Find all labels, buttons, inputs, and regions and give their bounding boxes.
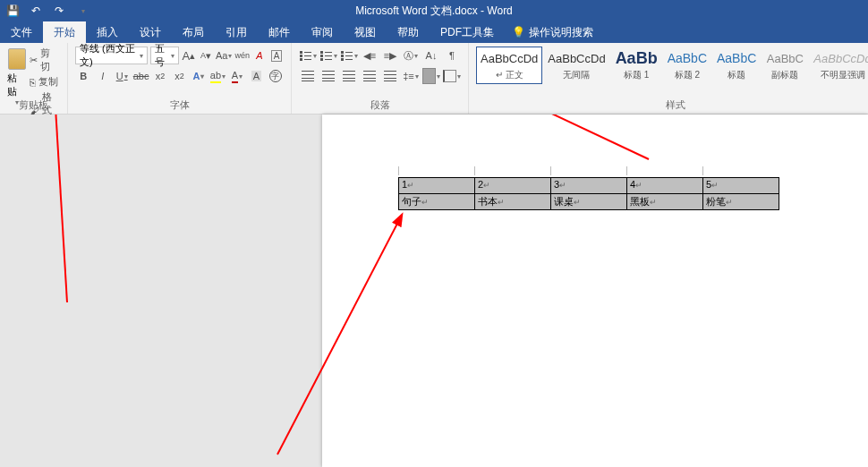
cut-button[interactable]: ✂剪切 [30,47,60,73]
char-border-button[interactable]: A [269,47,284,64]
undo-icon[interactable]: ↶ [29,4,43,18]
enclose-char-button[interactable]: 字 [268,67,284,85]
table-cell[interactable]: 黑板↵ [627,194,703,210]
group-font: 等线 (西文正文)▾ 五号▾ A▴ A▾ Aa▾ wén A A B I U▾ … [68,43,292,114]
tab-file[interactable]: 文件 [0,21,43,44]
line-spacing-button[interactable]: ‡≡▾ [402,67,420,85]
tell-me-search[interactable]: 💡 操作说明搜索 [512,25,593,40]
copy-label: 复制 [38,75,58,89]
style-name: 无间隔 [548,69,605,81]
ribbon: 粘贴 ▾ ✂剪切 ⎘复制 🖌格式刷 剪贴板 等线 (西文正文)▾ 五号▾ A▴ … [0,43,868,115]
table-cell[interactable]: 4↵ [627,178,703,194]
style-preview: AaBbC [717,49,756,67]
align-left-button[interactable] [299,67,317,85]
superscript-button[interactable]: x2 [171,67,187,85]
align-left-icon [302,71,314,81]
align-center-button[interactable] [319,67,337,85]
tab-review[interactable]: 审阅 [301,21,344,44]
group-paragraph-label: 段落 [292,98,468,112]
style-preview: AaBbC [668,49,707,67]
italic-button[interactable]: I [94,67,110,85]
strikethrough-button[interactable]: abc [132,67,149,85]
table-row[interactable]: 句子↵ 书本↵ 课桌↵ 黑板↵ 粉笔↵ [399,194,779,210]
table-cell[interactable]: 1↵ [399,178,475,194]
chevron-down-icon: ▾ [171,52,174,60]
grow-font-button[interactable]: A▴ [182,47,196,64]
tab-layout[interactable]: 布局 [172,21,215,44]
redo-icon[interactable]: ↷ [52,4,66,18]
font-name-value: 等线 (西文正文) [80,42,139,69]
styles-gallery[interactable]: AaBbCcDd↵ 正文AaBbCcDd无间隔AaBb标题 1AaBbC标题 2… [476,47,868,84]
ribbon-tabs: 文件 开始 插入 设计 布局 引用 邮件 审阅 视图 帮助 PDF工具集 💡 操… [0,21,868,43]
table-cell[interactable]: 粉笔↵ [703,194,779,210]
shrink-font-button[interactable]: A▾ [199,47,213,64]
shading-button[interactable]: ▾ [422,67,440,85]
sort-button[interactable]: A↓ [422,47,440,64]
style-item[interactable]: AaBbC标题 2 [663,47,711,84]
distributed-button[interactable] [381,67,399,85]
table-row[interactable]: 1↵ 2↵ 3↵ 4↵ 5↵ [399,178,779,194]
align-right-button[interactable] [340,67,358,85]
font-name-select[interactable]: 等线 (西文正文)▾ [75,47,148,64]
phonetic-guide-button[interactable]: wén [234,47,250,64]
asian-layout-button[interactable]: Ⓐ▾ [402,47,420,64]
tab-design[interactable]: 设计 [129,21,172,44]
underline-button[interactable]: U▾ [114,67,130,85]
group-clipboard: 粘贴 ▾ ✂剪切 ⎘复制 🖌格式刷 剪贴板 [0,43,68,114]
tab-help[interactable]: 帮助 [387,21,430,44]
justify-button[interactable] [361,67,379,85]
copy-button[interactable]: ⎘复制 [30,75,60,89]
style-item[interactable]: AaBbC标题 [712,47,761,84]
table-cell[interactable]: 书本↵ [475,194,551,210]
clear-formatting-button[interactable]: A [252,47,267,64]
numbering-button[interactable]: ▾ [319,47,337,64]
change-case-button[interactable]: Aa▾ [216,47,232,64]
bullets-button[interactable]: ▾ [299,47,317,64]
quick-access-toolbar: 💾 ↶ ↷ ▾ [5,4,90,18]
style-name: 不明显强调 [813,69,868,81]
table-cell[interactable]: 3↵ [551,178,627,194]
save-icon[interactable]: 💾 [5,4,20,18]
qat-customize-icon[interactable]: ▾ [76,4,90,18]
style-item[interactable]: AaBbC副标题 [762,47,808,84]
increase-indent-button[interactable]: ≡▶ [381,47,399,64]
highlight-button[interactable]: ab▾ [209,67,226,85]
lightbulb-icon: 💡 [512,26,525,38]
table-cell[interactable]: 课桌↵ [551,194,627,210]
char-shading-button[interactable]: A [248,67,264,85]
tab-view[interactable]: 视图 [344,21,387,44]
document-table[interactable]: 1↵ 2↵ 3↵ 4↵ 5↵ 句子↵ 书本↵ 课桌↵ 黑板↵ 粉笔↵ [398,177,779,210]
tab-home[interactable]: 开始 [43,21,86,44]
style-item[interactable]: AaBbCcDd无间隔 [543,47,609,84]
font-color-button[interactable]: A▾ [229,67,245,85]
copy-icon: ⎘ [30,77,36,88]
table-cell[interactable]: 句子↵ [399,194,475,210]
bold-button[interactable]: B [75,67,91,85]
borders-button[interactable]: ▾ [443,67,461,85]
multilevel-icon [341,49,353,62]
show-marks-button[interactable]: ¶ [443,47,461,64]
table-cell[interactable]: 2↵ [475,178,551,194]
style-name: 标题 1 [616,69,658,81]
multilevel-list-button[interactable]: ▾ [340,47,358,64]
tab-insert[interactable]: 插入 [86,21,129,44]
text-effects-button[interactable]: A▾ [191,67,207,85]
style-item[interactable]: AaBbCcDd↵ 正文 [476,47,542,84]
clipboard-icon [8,48,26,70]
page[interactable]: 1↵ 2↵ 3↵ 4↵ 5↵ 句子↵ 书本↵ 课桌↵ 黑板↵ 粉笔↵ [322,115,868,467]
tab-mailings[interactable]: 邮件 [258,21,301,44]
decrease-indent-button[interactable]: ◀≡ [361,47,379,64]
style-preview: AaBbCcDd [481,49,538,67]
style-preview: AaBbCcDd [548,49,605,67]
style-item[interactable]: AaBb标题 1 [611,47,662,84]
tab-pdf[interactable]: PDF工具集 [430,21,505,44]
tab-references[interactable]: 引用 [215,21,258,44]
bullets-icon [300,49,312,62]
table-cell[interactable]: 5↵ [703,178,779,194]
svg-line-0 [52,115,67,302]
window-title: Microsoft Word 文档.docx - Word [355,4,513,19]
font-size-select[interactable]: 五号▾ [150,47,179,64]
subscript-button[interactable]: x2 [152,67,168,85]
align-center-icon [322,71,335,81]
style-item[interactable]: AaBbCcDd不明显强调 [809,47,868,84]
